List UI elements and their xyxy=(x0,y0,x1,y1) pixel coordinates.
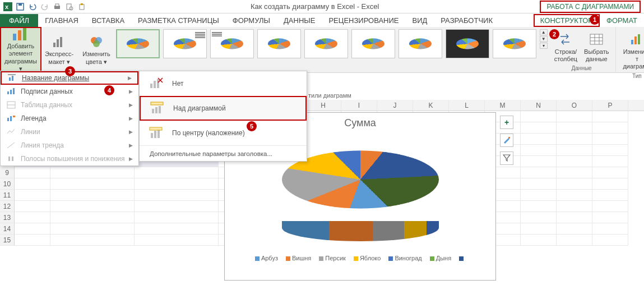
tab-format[interactable]: ФОРМАТ xyxy=(600,14,644,27)
legend-item[interactable]: Персик xyxy=(319,255,346,261)
undo-icon[interactable] xyxy=(28,2,37,11)
gallery-down-button[interactable]: ▼ xyxy=(540,36,548,42)
legend-item[interactable] xyxy=(459,255,465,261)
submenu-more-options[interactable]: Дополнительные параметры заголовка... xyxy=(140,145,307,161)
cell[interactable] xyxy=(15,235,50,246)
cell[interactable] xyxy=(50,201,135,212)
redo-icon[interactable] xyxy=(40,2,49,11)
chart-style-4[interactable] xyxy=(257,29,301,58)
cell[interactable] xyxy=(521,156,557,167)
cell[interactable] xyxy=(50,235,135,246)
select-data-button[interactable]: Выбрать данные xyxy=(581,29,612,65)
cell[interactable] xyxy=(592,212,628,223)
legend-item[interactable]: Вишня xyxy=(286,255,311,261)
cell[interactable] xyxy=(557,178,592,190)
express-layout-button[interactable]: Экспресс- макет ▾ xyxy=(41,27,77,72)
tab-file[interactable]: ФАЙЛ xyxy=(0,14,38,27)
print-icon[interactable] xyxy=(53,2,62,11)
cell[interactable] xyxy=(135,235,219,246)
chart-style-3[interactable] xyxy=(210,29,254,58)
gallery-more-button[interactable]: ▾ xyxy=(540,43,548,49)
row-header[interactable]: 13 xyxy=(0,212,15,223)
cell[interactable] xyxy=(557,212,592,223)
cell[interactable] xyxy=(557,223,592,235)
preview-icon[interactable] xyxy=(65,2,74,11)
chart-styles-button[interactable] xyxy=(500,134,513,147)
paste-icon[interactable] xyxy=(77,2,86,11)
row-header[interactable]: 9 xyxy=(0,167,15,178)
row-header[interactable]: 15 xyxy=(0,235,15,246)
cell[interactable] xyxy=(15,167,50,178)
chart-style-5[interactable] xyxy=(304,29,348,58)
cell[interactable] xyxy=(521,212,557,223)
row-header[interactable]: 14 xyxy=(0,223,15,235)
change-chart-type-button[interactable]: Изменить т диаграмм xyxy=(619,29,644,73)
cell[interactable] xyxy=(50,223,135,235)
cell[interactable] xyxy=(592,122,628,134)
cell[interactable] xyxy=(592,156,628,167)
cell[interactable] xyxy=(592,145,628,156)
tab-insert[interactable]: ВСТАВКА xyxy=(85,14,131,27)
cell[interactable] xyxy=(135,190,219,201)
cell[interactable] xyxy=(557,167,592,178)
cell[interactable] xyxy=(592,190,628,201)
cell[interactable] xyxy=(557,235,592,246)
chart-filter-button[interactable] xyxy=(500,151,513,165)
menu-legend[interactable]: Легенда ▶ xyxy=(1,112,138,125)
cell[interactable] xyxy=(15,223,50,235)
cell[interactable] xyxy=(557,190,592,201)
chart-style-1[interactable] xyxy=(116,29,160,58)
cell[interactable] xyxy=(135,201,219,212)
cell[interactable] xyxy=(557,134,592,145)
cell[interactable] xyxy=(135,212,219,223)
submenu-none[interactable]: Нет xyxy=(140,71,307,96)
cell[interactable] xyxy=(521,235,557,246)
cell[interactable] xyxy=(557,122,592,134)
chart-legend[interactable]: АрбузВишняПерсикЯблокоВиноградДыня xyxy=(225,255,495,261)
change-colors-button[interactable]: Изменить цвета ▾ xyxy=(79,27,114,72)
tab-formulas[interactable]: ФОРМУЛЫ xyxy=(226,14,277,27)
legend-item[interactable]: Дыня xyxy=(430,255,451,261)
cell[interactable] xyxy=(135,167,219,178)
row-header[interactable]: 11 xyxy=(0,190,15,201)
submenu-above-chart[interactable]: Над диаграммой xyxy=(140,96,307,121)
cell[interactable] xyxy=(592,134,628,145)
tab-home[interactable]: ГЛАВНАЯ xyxy=(38,14,85,27)
cell[interactable] xyxy=(521,167,557,178)
cell[interactable] xyxy=(521,134,557,145)
cell[interactable] xyxy=(50,178,135,190)
chart-style-6[interactable] xyxy=(351,29,395,58)
legend-item[interactable]: Арбуз xyxy=(255,255,278,261)
chart-style-9[interactable] xyxy=(493,29,536,58)
cell[interactable] xyxy=(557,145,592,156)
cell[interactable] xyxy=(50,190,135,201)
cell[interactable] xyxy=(50,212,135,223)
tab-data[interactable]: ДАННЫЕ xyxy=(277,14,322,27)
cell[interactable] xyxy=(135,178,219,190)
cell[interactable] xyxy=(592,111,628,122)
chart-elements-button[interactable]: + xyxy=(500,116,513,129)
cell[interactable] xyxy=(592,223,628,235)
cell[interactable] xyxy=(592,201,628,212)
add-chart-element-button[interactable]: Добавить элемент диаграммы ▾ xyxy=(0,27,41,72)
legend-item[interactable]: Виноград xyxy=(388,255,421,261)
legend-item[interactable]: Яблоко xyxy=(354,255,381,261)
cell[interactable] xyxy=(592,235,628,246)
chart-style-2[interactable] xyxy=(163,29,207,58)
row-header[interactable]: 10 xyxy=(0,178,15,190)
cell[interactable] xyxy=(15,201,50,212)
menu-data-labels[interactable]: Подписи данных ▶ xyxy=(1,85,138,98)
cell[interactable] xyxy=(521,145,557,156)
cell[interactable] xyxy=(521,122,557,134)
tab-developer[interactable]: РАЗРАБОТЧИК xyxy=(434,14,499,27)
cell[interactable] xyxy=(521,190,557,201)
cell[interactable] xyxy=(15,212,50,223)
cell[interactable] xyxy=(521,201,557,212)
cell[interactable] xyxy=(521,111,557,122)
cell[interactable] xyxy=(15,178,50,190)
gallery-up-button[interactable]: ▲ xyxy=(540,29,548,35)
cell[interactable] xyxy=(592,167,628,178)
cell[interactable] xyxy=(521,223,557,235)
chart-style-7[interactable] xyxy=(399,29,442,58)
cell[interactable] xyxy=(592,178,628,190)
